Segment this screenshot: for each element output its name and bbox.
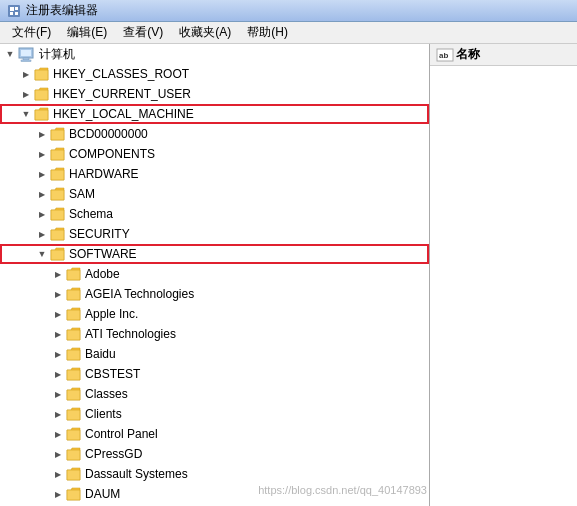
tree-node-hkcu[interactable]: ▶ HKEY_CURRENT_USER <box>0 84 429 104</box>
svg-rect-2 <box>15 7 18 10</box>
hkcr-label: HKEY_CLASSES_ROOT <box>53 67 189 81</box>
tree-node-classes[interactable]: ▶ Classes <box>0 384 429 404</box>
expand-icon-cbstest[interactable]: ▶ <box>50 366 66 382</box>
name-column-label: 名称 <box>456 46 480 63</box>
adobe-label: Adobe <box>85 267 120 281</box>
tree-node-software[interactable]: ▼ SOFTWARE <box>0 244 429 264</box>
hkcu-label: HKEY_CURRENT_USER <box>53 87 191 101</box>
expand-icon-clients[interactable]: ▶ <box>50 406 66 422</box>
svg-text:ab: ab <box>439 51 448 60</box>
menu-edit[interactable]: 编辑(E) <box>59 22 115 43</box>
sam-label: SAM <box>69 187 95 201</box>
main-content: ▼ 计算机 ▶ HKEY_CLASSES_ROOT ▶ <box>0 44 577 506</box>
tree-node-apple[interactable]: ▶ Apple Inc. <box>0 304 429 324</box>
expand-icon-ati[interactable]: ▶ <box>50 326 66 342</box>
tree-node-adobe[interactable]: ▶ Adobe <box>0 264 429 284</box>
hklm-label: HKEY_LOCAL_MACHINE <box>53 107 194 121</box>
tree-node-security[interactable]: ▶ SECURITY <box>0 224 429 244</box>
tree-node-hklm[interactable]: ▼ HKEY_LOCAL_MACHINE <box>0 104 429 124</box>
expand-icon-ageia[interactable]: ▶ <box>50 286 66 302</box>
tree-node-computer[interactable]: ▼ 计算机 <box>0 44 429 64</box>
tree-node-dassault[interactable]: ▶ Dassault Systemes <box>0 464 429 484</box>
tree-node-hardware[interactable]: ▶ HARDWARE <box>0 164 429 184</box>
dassault-label: Dassault Systemes <box>85 467 188 481</box>
svg-rect-3 <box>10 12 13 15</box>
expand-icon-sam[interactable]: ▶ <box>34 186 50 202</box>
ati-label: ATI Technologies <box>85 327 176 341</box>
expand-icon-cpressgd[interactable]: ▶ <box>50 446 66 462</box>
tree-node-bcd[interactable]: ▶ BCD00000000 <box>0 124 429 144</box>
baidu-label: Baidu <box>85 347 116 361</box>
menu-file[interactable]: 文件(F) <box>4 22 59 43</box>
svg-rect-8 <box>21 60 31 62</box>
expand-icon-hardware[interactable]: ▶ <box>34 166 50 182</box>
tree-node-ati[interactable]: ▶ ATI Technologies <box>0 324 429 344</box>
expand-icon-dassault[interactable]: ▶ <box>50 466 66 482</box>
tree-node-baidu[interactable]: ▶ Baidu <box>0 344 429 364</box>
tree-node-ageia[interactable]: ▶ AGEIA Technologies <box>0 284 429 304</box>
svg-rect-7 <box>23 58 29 60</box>
software-label: SOFTWARE <box>69 247 137 261</box>
menu-help[interactable]: 帮助(H) <box>239 22 296 43</box>
tree-node-daum[interactable]: ▶ DAUM <box>0 484 429 504</box>
tree-node-sam[interactable]: ▶ SAM <box>0 184 429 204</box>
hardware-label: HARDWARE <box>69 167 139 181</box>
cpressgd-label: CPressGD <box>85 447 142 461</box>
expand-icon-computer[interactable]: ▼ <box>2 46 18 62</box>
expand-icon-software[interactable]: ▼ <box>34 246 50 262</box>
schema-label: Schema <box>69 207 113 221</box>
expand-icon-controlpanel[interactable]: ▶ <box>50 426 66 442</box>
right-panel: ab 名称 <box>430 44 577 506</box>
classes-label: Classes <box>85 387 128 401</box>
app-icon <box>6 3 22 19</box>
expand-icon-baidu[interactable]: ▶ <box>50 346 66 362</box>
computer-label: 计算机 <box>39 46 75 63</box>
tree-node-clients[interactable]: ▶ Clients <box>0 404 429 424</box>
svg-rect-4 <box>15 12 18 15</box>
expand-icon-hkcu[interactable]: ▶ <box>18 86 34 102</box>
expand-icon-bcd[interactable]: ▶ <box>34 126 50 142</box>
bcd-label: BCD00000000 <box>69 127 148 141</box>
expand-icon-hklm[interactable]: ▼ <box>18 106 34 122</box>
right-panel-name-col: ab <box>436 47 456 62</box>
right-panel-header: ab 名称 <box>430 44 577 66</box>
title-bar: 注册表编辑器 <box>0 0 577 22</box>
controlpanel-label: Control Panel <box>85 427 158 441</box>
components-label: COMPONENTS <box>69 147 155 161</box>
expand-icon-security[interactable]: ▶ <box>34 226 50 242</box>
registry-tree[interactable]: ▼ 计算机 ▶ HKEY_CLASSES_ROOT ▶ <box>0 44 430 506</box>
expand-icon-classes[interactable]: ▶ <box>50 386 66 402</box>
cbstest-label: CBSTEST <box>85 367 140 381</box>
tree-node-cpressgd[interactable]: ▶ CPressGD <box>0 444 429 464</box>
expand-icon-hkcr[interactable]: ▶ <box>18 66 34 82</box>
daum-label: DAUM <box>85 487 120 501</box>
ageia-label: AGEIA Technologies <box>85 287 194 301</box>
tree-node-components[interactable]: ▶ COMPONENTS <box>0 144 429 164</box>
expand-icon-adobe[interactable]: ▶ <box>50 266 66 282</box>
expand-icon-components[interactable]: ▶ <box>34 146 50 162</box>
tree-node-cbstest[interactable]: ▶ CBSTEST <box>0 364 429 384</box>
apple-label: Apple Inc. <box>85 307 138 321</box>
expand-icon-apple[interactable]: ▶ <box>50 306 66 322</box>
expand-icon-schema[interactable]: ▶ <box>34 206 50 222</box>
menu-favorites[interactable]: 收藏夹(A) <box>171 22 239 43</box>
tree-node-hkcr[interactable]: ▶ HKEY_CLASSES_ROOT <box>0 64 429 84</box>
tree-node-schema[interactable]: ▶ Schema <box>0 204 429 224</box>
menu-view[interactable]: 查看(V) <box>115 22 171 43</box>
menu-bar: 文件(F) 编辑(E) 查看(V) 收藏夹(A) 帮助(H) <box>0 22 577 44</box>
tree-node-controlpanel[interactable]: ▶ Control Panel <box>0 424 429 444</box>
window-title: 注册表编辑器 <box>26 2 98 19</box>
security-label: SECURITY <box>69 227 130 241</box>
svg-rect-1 <box>10 7 14 11</box>
expand-icon-daum[interactable]: ▶ <box>50 486 66 502</box>
svg-rect-6 <box>21 50 31 56</box>
clients-label: Clients <box>85 407 122 421</box>
